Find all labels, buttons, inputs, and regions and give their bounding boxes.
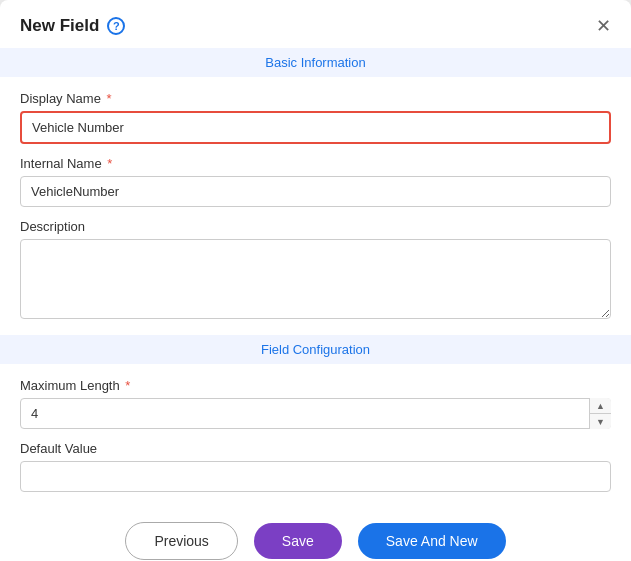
internal-name-input[interactable]	[20, 176, 611, 207]
field-config-section-bar: Field Configuration	[0, 335, 631, 364]
default-value-group: Default Value	[20, 441, 611, 492]
spin-down-button[interactable]: ▼	[590, 414, 611, 429]
default-value-input[interactable]	[20, 461, 611, 492]
max-length-label: Maximum Length *	[20, 378, 611, 393]
max-length-spin-wrapper: ▲ ▼	[20, 398, 611, 429]
display-name-label: Display Name *	[20, 91, 611, 106]
description-group: Description	[20, 219, 611, 323]
previous-button[interactable]: Previous	[125, 522, 237, 560]
title-row: New Field ?	[20, 16, 125, 36]
description-textarea[interactable]	[20, 239, 611, 319]
max-length-input[interactable]	[20, 398, 611, 429]
spin-up-button[interactable]: ▲	[590, 398, 611, 414]
modal-header: New Field ? ✕	[0, 0, 631, 48]
description-label: Description	[20, 219, 611, 234]
required-star-max: *	[122, 378, 131, 393]
field-config-form: Maximum Length * ▲ ▼ Default Value	[0, 364, 631, 504]
new-field-modal: New Field ? ✕ Basic Information Display …	[0, 0, 631, 561]
display-name-input[interactable]	[20, 111, 611, 144]
display-name-group: Display Name *	[20, 91, 611, 144]
required-star-internal: *	[104, 156, 113, 171]
spin-buttons: ▲ ▼	[589, 398, 611, 429]
basic-info-form: Display Name * Internal Name * Descripti…	[0, 77, 631, 335]
modal-footer: Previous Save Save And New	[0, 504, 631, 561]
save-and-new-button[interactable]: Save And New	[358, 523, 506, 559]
basic-info-section-bar: Basic Information	[0, 48, 631, 77]
default-value-label: Default Value	[20, 441, 611, 456]
internal-name-label: Internal Name *	[20, 156, 611, 171]
close-icon[interactable]: ✕	[596, 17, 611, 35]
required-star-display: *	[103, 91, 112, 106]
internal-name-group: Internal Name *	[20, 156, 611, 207]
modal-title: New Field	[20, 16, 99, 36]
max-length-group: Maximum Length * ▲ ▼	[20, 378, 611, 429]
help-icon[interactable]: ?	[107, 17, 125, 35]
save-button[interactable]: Save	[254, 523, 342, 559]
